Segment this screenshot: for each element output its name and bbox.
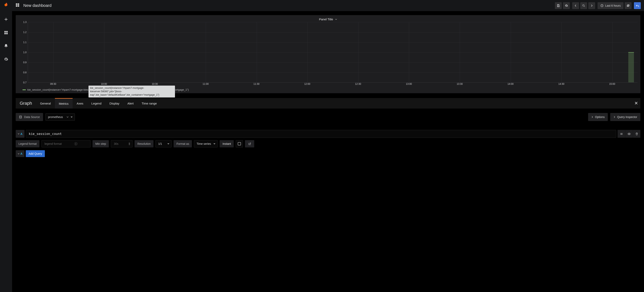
chevron-down-icon [18, 153, 20, 155]
editor-heading: Graph [16, 101, 36, 106]
query-visibility-button[interactable] [625, 130, 633, 138]
format-as-label: Format as [174, 140, 192, 147]
add-query-button[interactable]: Add Query [26, 150, 45, 157]
caret-right-icon [614, 116, 616, 118]
tab-axes[interactable]: Axes [72, 98, 87, 109]
legend-format-label: Legend format [16, 140, 40, 147]
datasource-label: Data Source [16, 113, 43, 121]
add-query-row: A Add Query [16, 150, 640, 157]
tab-metrics[interactable]: Metrics [55, 98, 72, 109]
grafana-logo[interactable] [2, 2, 10, 10]
tab-alert[interactable]: Alert [123, 98, 138, 109]
dashboard-icon[interactable] [15, 3, 20, 8]
settings-button[interactable] [563, 2, 570, 9]
help-icon[interactable]: i [74, 142, 78, 145]
legend-format-input[interactable] [44, 142, 68, 146]
format-as-select[interactable]: Time series [194, 140, 218, 147]
discard-back-button[interactable] [634, 2, 641, 9]
caret-right-icon [591, 116, 593, 118]
left-nav-rail [0, 0, 12, 292]
instant-label: Instant [220, 140, 234, 147]
editor-tabs: Graph GeneralMetricsAxesLegendDisplayAle… [16, 98, 640, 109]
tab-time-range[interactable]: Time range [138, 98, 161, 109]
query-options-row: Legend format i Min step i Resolution 1/… [16, 140, 640, 147]
database-icon [19, 115, 22, 119]
chevron-down-icon [66, 116, 68, 118]
zoom-out-button[interactable] [580, 2, 587, 9]
svg-rect-6 [16, 5, 17, 7]
query-toggle[interactable]: A [16, 130, 24, 138]
min-step-input[interactable] [114, 142, 123, 146]
resolution-select[interactable]: 1/1 [156, 140, 172, 147]
svg-rect-3 [6, 33, 8, 34]
min-step-label: Min step [92, 140, 109, 147]
svg-rect-2 [4, 33, 6, 34]
chevron-down-icon [335, 18, 337, 20]
panel-title[interactable]: Panel Title [18, 17, 638, 22]
chevron-down-icon [18, 133, 20, 135]
min-step-field[interactable]: i [111, 140, 132, 147]
time-range-picker[interactable]: Last 6 hours [598, 2, 624, 9]
graph-panel: Panel Title 0.70.80.91.01.11.21.3 09:301… [16, 15, 640, 93]
query-options-button[interactable]: Options [588, 113, 608, 121]
close-editor-button[interactable]: ✕ [632, 101, 640, 106]
plot-surface[interactable] [28, 22, 638, 83]
dashboard-title[interactable]: New dashboard [23, 3, 52, 8]
tab-display[interactable]: Display [106, 98, 123, 109]
save-button[interactable] [555, 2, 562, 9]
dashboards-icon[interactable] [2, 29, 10, 36]
y-axis: 0.70.80.91.01.11.21.3 [18, 22, 28, 82]
refresh-button[interactable] [625, 2, 632, 9]
tab-general[interactable]: General [36, 98, 55, 109]
tab-legend[interactable]: Legend [87, 98, 106, 109]
configuration-icon[interactable] [2, 56, 10, 63]
panel-editor: Graph GeneralMetricsAxesLegendDisplayAle… [16, 98, 640, 157]
svg-point-8 [583, 5, 584, 6]
svg-rect-5 [18, 4, 19, 5]
svg-rect-7 [18, 5, 19, 7]
query-menu-button[interactable] [618, 130, 625, 138]
query-inspector-button[interactable]: Query Inspector [610, 113, 640, 121]
instant-checkbox[interactable] [236, 140, 243, 147]
svg-point-10 [20, 116, 22, 116]
query-delete-button[interactable] [633, 130, 640, 138]
external-link-button[interactable] [245, 140, 254, 147]
svg-rect-1 [6, 31, 8, 33]
legend-format-field[interactable]: i [42, 140, 90, 147]
query-input[interactable]: kie_session_count [26, 130, 616, 138]
resolution-label: Resolution [134, 140, 154, 147]
datasource-select[interactable]: prometheus [46, 113, 75, 121]
create-icon[interactable] [2, 16, 10, 23]
svg-rect-0 [4, 31, 6, 33]
top-bar: New dashboard Last 6 hours [12, 0, 644, 11]
help-icon[interactable]: i [129, 142, 130, 145]
time-forward-button[interactable] [588, 2, 595, 9]
series-tooltip: kie_session_count{instance="rhpam7-mortg… [88, 86, 175, 98]
add-query-toggle[interactable]: A [16, 150, 24, 157]
svg-rect-4 [16, 4, 17, 5]
chart-area[interactable]: 0.70.80.91.01.11.21.3 09:3010:0010:3011:… [18, 22, 638, 87]
svg-point-11 [629, 134, 630, 134]
time-back-button[interactable] [572, 2, 579, 9]
alerting-icon[interactable] [2, 43, 10, 49]
query-row: A kie_session_count [16, 130, 640, 138]
legend-swatch [22, 89, 26, 90]
